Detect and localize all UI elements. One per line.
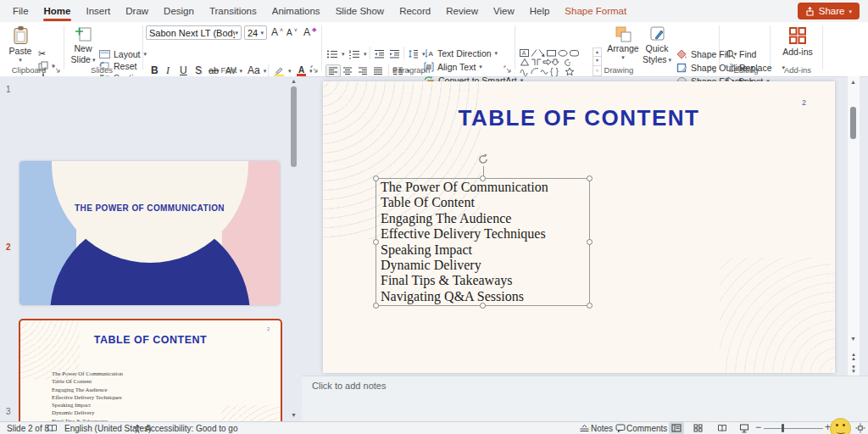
layout-button[interactable]: Layout▾ xyxy=(99,48,147,59)
text-direction-button[interactable]: A Text Direction▾ xyxy=(424,47,498,58)
paste-button[interactable]: Paste ▾ xyxy=(5,25,36,68)
paragraph-dialog-launcher[interactable] xyxy=(504,65,511,73)
cut-button[interactable]: ✂ xyxy=(38,48,46,59)
spellcheck-book-icon[interactable] xyxy=(47,424,58,432)
resize-handle-w[interactable] xyxy=(373,239,379,245)
decrease-font-size-button[interactable]: A˅ xyxy=(287,27,298,38)
feedback-smiley-icon[interactable] xyxy=(830,418,851,434)
find-label: Find xyxy=(739,49,756,59)
toc-line[interactable]: Table Of Content xyxy=(381,195,548,210)
slide-sorter-view-button[interactable] xyxy=(690,422,705,434)
line-spacing-button[interactable]: ▾ xyxy=(408,48,426,59)
underline-button[interactable]: U xyxy=(180,65,187,76)
find-button[interactable]: Find xyxy=(726,48,756,59)
add-ins-button[interactable]: Add-ins xyxy=(780,25,815,68)
bold-button[interactable]: B xyxy=(151,65,159,76)
menu-tab-help[interactable]: Help xyxy=(522,0,558,22)
toc-line[interactable]: Effective Delivery Techniques xyxy=(381,226,548,242)
menu-tab-draw[interactable]: Draw xyxy=(118,0,156,22)
resize-handle-e[interactable] xyxy=(587,239,593,245)
menu-tab-slide-show[interactable]: Slide Show xyxy=(328,0,392,22)
highlight-color-button[interactable]: ▾ xyxy=(273,65,292,76)
resize-handle-se[interactable] xyxy=(587,303,593,309)
bullets-button[interactable]: ▾ xyxy=(326,48,345,59)
panel-scrollbar-thumb[interactable] xyxy=(291,86,297,167)
normal-view-button[interactable] xyxy=(669,422,684,434)
menu-tab-transitions[interactable]: Transitions xyxy=(202,0,264,22)
resize-handle-ne[interactable] xyxy=(587,175,593,181)
thumbnail-slide-1[interactable]: THE POWER OF COMMUNICATION xyxy=(19,161,280,305)
drawing-dialog-launcher[interactable] xyxy=(709,65,716,73)
zoom-slider-thumb[interactable] xyxy=(782,424,784,432)
menu-tab-review[interactable]: Review xyxy=(438,0,486,22)
slide-title[interactable]: TABLE OF CONTENT xyxy=(323,105,835,131)
menu-tab-view[interactable]: View xyxy=(486,0,522,22)
thumbnail-2-page-number: 2 xyxy=(267,326,270,331)
menu-tab-home[interactable]: Home xyxy=(36,0,79,22)
thumbnail-2-toc-list: The Power Of Communication Table Of Cont… xyxy=(52,370,123,421)
increase-font-size-button[interactable]: A˄ xyxy=(271,27,283,38)
notes-toggle-button[interactable]: Notes xyxy=(591,423,613,434)
clipboard-dialog-launcher[interactable] xyxy=(53,65,60,73)
editor-scrollbar-thumb[interactable] xyxy=(850,107,856,139)
toc-line[interactable]: The Power Of Communication xyxy=(381,180,548,195)
panel-scroll-down-icon[interactable]: ▼ xyxy=(291,412,297,418)
new-slide-button[interactable]: New Slide▾ xyxy=(68,25,98,68)
selected-text-box[interactable]: The Power Of Communication Table Of Cont… xyxy=(376,178,590,306)
toc-line[interactable]: Engaging The Audience xyxy=(381,211,548,226)
toc-line[interactable]: Speaking Impact xyxy=(381,242,548,258)
zoom-out-button[interactable]: − xyxy=(755,422,761,433)
align-left-button[interactable] xyxy=(326,64,341,77)
share-button[interactable]: Share ▾ xyxy=(798,3,860,19)
menu-tab-file[interactable]: File xyxy=(5,0,36,22)
editor-scroll-down-icon[interactable]: ▼ xyxy=(850,336,856,342)
font-size-combobox[interactable]: 24 ▾ xyxy=(244,25,267,40)
increase-indent-button[interactable] xyxy=(389,48,400,59)
gallery-up-icon[interactable]: ▲ xyxy=(593,47,602,57)
clear-formatting-button[interactable]: A◆ xyxy=(303,27,316,38)
toc-text-content[interactable]: The Power Of Communication Table Of Cont… xyxy=(381,180,548,304)
justify-button[interactable] xyxy=(373,65,383,76)
italic-button[interactable]: I xyxy=(166,65,170,76)
text-shadow-button[interactable]: S xyxy=(195,65,202,76)
align-center-button[interactable] xyxy=(342,65,353,76)
menu-tab-record[interactable]: Record xyxy=(392,0,438,22)
line-spacing-icon xyxy=(408,49,419,58)
toc-line[interactable]: Final Tips & Takeaways xyxy=(381,273,548,288)
resize-handle-sw[interactable] xyxy=(373,303,379,309)
menu-tab-shape-format[interactable]: Shape Format xyxy=(557,0,634,22)
thumbnail-slide-2-selected[interactable]: TABLE OF CONTENT 2 The Power Of Communic… xyxy=(19,319,282,421)
toc-line[interactable]: Dynamic Delivery xyxy=(381,258,548,273)
menu-tab-design[interactable]: Design xyxy=(156,0,202,22)
resize-handle-nw[interactable] xyxy=(373,175,379,181)
slides-group-label: Slides xyxy=(68,65,136,75)
notes-pane[interactable]: Click to add notes xyxy=(302,376,868,421)
comments-button[interactable]: Comments xyxy=(626,423,667,434)
numbering-button[interactable]: ▾ xyxy=(348,48,367,59)
shapes-gallery[interactable]: A {} xyxy=(519,47,590,76)
toc-line[interactable]: Navigating Q&A Sessions xyxy=(381,289,548,304)
font-dialog-launcher[interactable] xyxy=(310,65,318,73)
menu-tab-insert[interactable]: Insert xyxy=(78,0,118,22)
quick-styles-button[interactable]: Quick Styles▾ xyxy=(641,25,673,68)
slide-canvas[interactable]: TABLE OF CONTENT 2 The Power Of Communic… xyxy=(323,81,835,373)
next-slide-button[interactable]: ▼▼ xyxy=(849,365,859,373)
fit-to-window-button[interactable] xyxy=(853,422,868,434)
notes-placeholder[interactable]: Click to add notes xyxy=(312,381,386,391)
editor-scroll-up-icon[interactable]: ▲ xyxy=(850,79,856,85)
reading-view-button[interactable] xyxy=(715,422,730,434)
slideshow-view-button[interactable] xyxy=(737,422,752,434)
chevron-down-icon: ▾ xyxy=(621,54,625,60)
menu-tab-animations[interactable]: Animations xyxy=(264,0,328,22)
decrease-indent-button[interactable] xyxy=(374,48,385,59)
text-direction-icon: A xyxy=(424,48,434,58)
font-name-combobox[interactable]: Sabon Next LT (Body) ▾ xyxy=(146,25,242,40)
svg-text:}: } xyxy=(556,67,559,76)
align-right-button[interactable] xyxy=(358,65,368,76)
zoom-slider-track[interactable] xyxy=(764,428,823,429)
accessibility-status[interactable]: Accessibility: Good to go xyxy=(145,423,238,434)
previous-slide-button[interactable]: ▲▲ xyxy=(849,353,859,360)
panel-scroll-up-icon[interactable]: ▲ xyxy=(291,78,297,84)
arrange-button[interactable]: Arrange ▾ xyxy=(607,25,639,68)
rotate-handle-icon[interactable] xyxy=(477,153,489,165)
